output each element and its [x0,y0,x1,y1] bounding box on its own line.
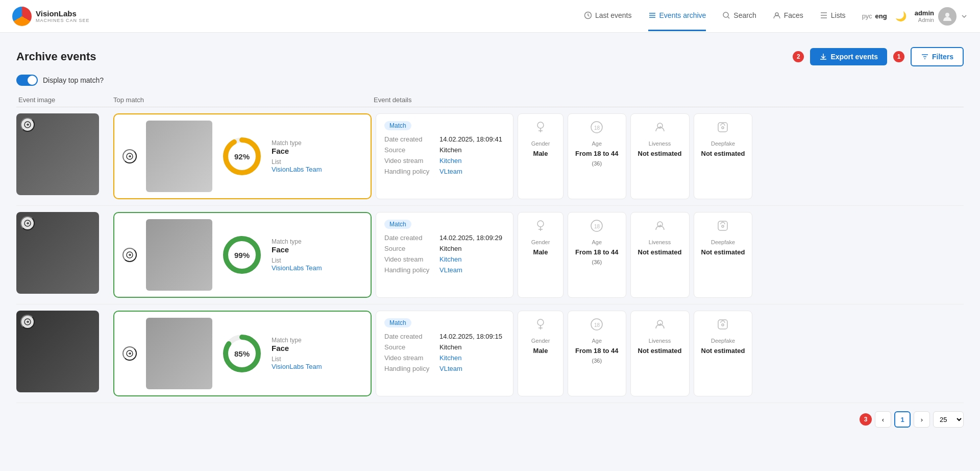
nav-links: Last events Events archive Search Faces … [584,1,846,31]
avatar-icon [942,11,953,22]
match-image-link-button[interactable] [122,149,137,163]
pagination-badge: 3 [860,413,872,426]
match-type-value: Face [272,344,362,352]
liveness-value: Not estimated [638,150,682,157]
match-type-value: Face [272,245,362,254]
event-image-link-button[interactable] [20,117,35,132]
match-list-value[interactable]: VisionLabs Team [272,166,362,173]
detail-stream: Video stream Kitchen [384,255,505,263]
gender-value: Male [533,150,548,157]
next-page-button[interactable]: › [914,411,930,428]
event-details-card: Match Date created 14.02.2025, 18:09:15 … [376,311,513,396]
donut-chart: 99% [222,234,262,275]
page-title: Archive events [16,50,96,63]
detail-policy: Handling policy VLteam [384,168,505,175]
display-top-match-toggle[interactable] [16,75,38,86]
match-image-link-button[interactable] [122,346,137,361]
svg-point-33 [722,324,724,326]
per-page-select[interactable]: 25 50 100 [933,411,964,428]
gender-icon [533,219,548,236]
match-type-value: Face [272,147,362,155]
nav-events-archive[interactable]: Events archive [648,1,706,31]
deepfake-value: Not estimated [701,150,745,157]
liveness-card: Liveness Not estimated [630,311,690,396]
age-sub: (36) [592,160,602,167]
chevron-down-icon [961,13,968,20]
age-value: From 18 to 44 [575,347,619,355]
event-row: 85% Match type Face List VisionLabs Team… [16,304,964,403]
export-badge: 2 [793,51,804,62]
prev-page-button[interactable]: ‹ [875,411,891,428]
donut-score-label: 92% [222,136,262,177]
donut-score-label: 85% [222,333,262,374]
event-details-area: Match Date created 14.02.2025, 18:09:15 … [376,311,964,396]
nav-last-events[interactable]: Last events [584,1,632,31]
liveness-label: Liveness [649,338,671,344]
age-label: Age [592,140,602,147]
svg-point-23 [722,225,724,227]
lang-en[interactable]: eng [875,12,887,20]
avatar [938,7,957,26]
svg-text:18: 18 [594,322,600,328]
match-photo [146,219,212,291]
match-photo [146,318,212,389]
detail-stream: Video stream Kitchen [384,354,505,362]
match-badge: Match [384,318,411,327]
event-details-area: Match Date created 14.02.2025, 18:09:41 … [376,113,964,199]
gender-value: Male [533,248,548,256]
event-details-card: Match Date created 14.02.2025, 18:09:41 … [376,113,513,199]
gender-card: Gender Male [518,212,564,298]
gender-label: Gender [531,338,550,344]
nav-faces[interactable]: Faces [773,1,803,31]
deepfake-label: Deepfake [711,239,735,245]
match-info: Match type Face List VisionLabs Team [272,238,362,272]
deepfake-icon [716,317,730,335]
age-label: Age [592,338,602,344]
age-card: 18 Age From 18 to 44 (36) [568,113,626,199]
liveness-label: Liveness [649,239,671,245]
filter-badge: 1 [893,51,904,62]
detail-source: Source Kitchen [384,146,505,154]
detail-date: Date created 14.02.2025, 18:09:29 [384,234,505,242]
deepfake-card: Deepfake Not estimated [694,311,753,396]
match-list-value[interactable]: VisionLabs Team [272,363,362,370]
svg-point-18 [537,221,544,227]
detail-date: Date created 14.02.2025, 18:09:41 [384,135,505,143]
event-image-cell [16,113,109,199]
nav-lists[interactable]: Lists [820,1,846,31]
age-card: 18 Age From 18 to 44 (36) [568,311,626,396]
arrow-circle-icon [126,153,133,160]
match-list-value[interactable]: VisionLabs Team [272,264,362,272]
deepfake-icon [716,219,730,236]
donut-chart: 85% [222,333,262,374]
page-header: Archive events 2 Export events 1 Filters [16,47,964,66]
filter-icon [921,53,929,61]
theme-toggle[interactable]: 🌙 [895,11,906,22]
logo-area: VisionLabs MACHINES CAN SEE [12,7,90,26]
user-name: admin [915,9,934,17]
svg-text:18: 18 [594,125,600,131]
current-page-button[interactable]: 1 [894,411,911,428]
age-card: 18 Age From 18 to 44 (36) [568,212,626,298]
user-area[interactable]: admin Admin [915,7,968,26]
lang-switch: рус eng [862,12,887,20]
gender-label: Gender [531,140,550,147]
liveness-card: Liveness Not estimated [630,113,690,199]
donut-wrap: 99% [222,234,262,275]
event-image-link-button[interactable] [20,315,35,329]
event-image-link-button[interactable] [20,216,35,230]
age-sub: (36) [592,358,602,364]
event-image-cell [16,212,109,298]
col-header-top-match: Top match [113,96,374,104]
nav-search[interactable]: Search [722,1,756,31]
person-icon [773,11,781,19]
deepfake-card: Deepfake Not estimated [694,212,753,298]
match-image-link-button[interactable] [122,248,137,262]
lang-ru[interactable]: рус [862,12,872,20]
donut-score-label: 99% [222,234,262,275]
donut-wrap: 92% [222,136,262,177]
liveness-value: Not estimated [638,347,682,355]
export-events-button[interactable]: Export events [810,48,887,65]
top-match-card: 99% Match type Face List VisionLabs Team [113,212,372,298]
filters-button[interactable]: Filters [911,47,964,66]
